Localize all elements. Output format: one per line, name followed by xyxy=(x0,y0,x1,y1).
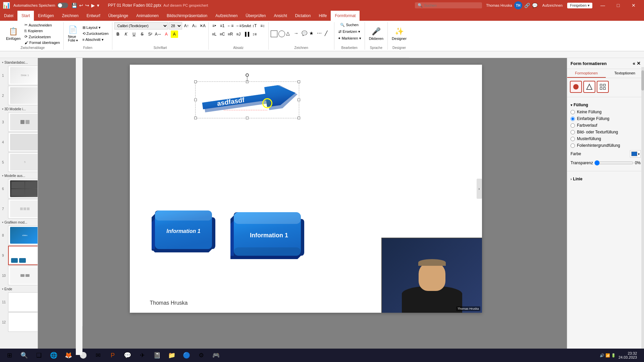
tab-hilfe[interactable]: Hilfe xyxy=(315,11,331,21)
char-spacing-button[interactable]: A↔ xyxy=(155,31,162,38)
shadow-button[interactable]: S² xyxy=(147,31,154,38)
comment-icon[interactable]: 💬 xyxy=(532,3,538,8)
underline-button[interactable]: U xyxy=(130,31,138,38)
zurucksetzen-folie-button[interactable]: ⟲ Zurücksetzen xyxy=(81,31,110,37)
justify-button[interactable]: ≡J xyxy=(235,31,242,38)
slide-thumb-2[interactable] xyxy=(8,86,38,105)
tab-animationen[interactable]: Animationen xyxy=(132,11,163,21)
redo-icon[interactable]: ↪ xyxy=(85,3,89,8)
shape-star[interactable]: ★ xyxy=(309,31,317,37)
color-picker-button[interactable]: ▾ xyxy=(630,150,641,158)
align-center-button[interactable]: ≡C xyxy=(219,31,226,38)
panel-scrollbar-thumb[interactable] xyxy=(641,70,644,90)
share-btn[interactable]: Freigeben ▾ xyxy=(567,3,592,8)
slide-thumb-8[interactable]: slides xyxy=(8,226,38,245)
minimize-button[interactable]: — xyxy=(595,0,610,11)
arrow-shape-selected[interactable]: asdfasdf xyxy=(197,83,298,117)
taskbar-clock[interactable]: 23:32 24.03.2023 xyxy=(619,351,637,359)
taskbar-teams[interactable]: 💬 xyxy=(121,349,134,361)
shape-arrow[interactable]: → xyxy=(294,31,301,37)
tab-zeichnen[interactable]: Zeichnen xyxy=(58,11,83,21)
tab-textoptionen[interactable]: Textoptionen xyxy=(606,69,644,78)
indent-less-button[interactable]: ←≡ xyxy=(227,22,234,29)
neue-folie-button[interactable]: 📄 NeueFolie ▾ xyxy=(66,24,80,44)
taskbar-misc2[interactable]: ⚙ xyxy=(195,349,208,361)
shape-type-grid-btn[interactable] xyxy=(597,81,609,93)
share-icon[interactable]: 🔗 xyxy=(524,3,530,8)
kopieren-button[interactable]: ⎘ Kopieren xyxy=(23,28,61,34)
slide-thumb-3[interactable] xyxy=(8,112,38,132)
close-button[interactable]: ✕ xyxy=(626,0,641,11)
tab-ansicht[interactable]: Ansicht xyxy=(270,11,291,21)
present-icon[interactable]: ▶ xyxy=(91,3,95,8)
shape-more[interactable]: ⋯ xyxy=(317,31,324,37)
taskbar-telegram[interactable]: ✈ xyxy=(136,349,149,361)
save-icon[interactable]: 💾 xyxy=(71,3,77,8)
decrease-font-button[interactable]: A↓ xyxy=(191,22,198,29)
slide-group-modelle[interactable]: ▾ Modelle aus... xyxy=(1,173,36,178)
shape-type-fill-btn[interactable] xyxy=(570,81,582,93)
slide-group-ende[interactable]: ▾ Ende xyxy=(1,286,36,292)
bild-textur-option[interactable]: Bild- oder Texturfüllung xyxy=(571,129,641,135)
bold-button[interactable]: B xyxy=(114,31,122,38)
font-color-btn[interactable]: A xyxy=(163,31,170,38)
tab-uberpruf[interactable]: Überprüfen xyxy=(241,11,270,21)
format-ubertragen-button[interactable]: 🖌 Format übertragen xyxy=(23,40,61,45)
slide-thumb-7[interactable] xyxy=(8,199,38,219)
ausschneiden-button[interactable]: ✂ Ausschneiden xyxy=(23,22,61,28)
slide-thumb-9[interactable] xyxy=(8,246,38,265)
panel-collapse-button[interactable]: « xyxy=(633,61,635,66)
align-right-button[interactable]: ≡R xyxy=(227,31,234,38)
markieren-button[interactable]: ✦ Markieren ▾ xyxy=(336,36,363,41)
shape-rect[interactable] xyxy=(271,31,277,37)
slide-group-standardabsc[interactable]: ▾ Standardabsc... xyxy=(1,59,36,65)
taskbar-edge[interactable]: 🌐 xyxy=(47,349,60,361)
designer-button[interactable]: ✨ Designer xyxy=(390,26,409,42)
taskbar-misc3[interactable]: 🎮 xyxy=(209,349,223,361)
tab-aufzeichen[interactable]: Aufzeichnen xyxy=(211,11,241,21)
line-spacing-button[interactable]: ↕≡ xyxy=(251,31,258,38)
columns-button[interactable]: ▐▐ xyxy=(243,31,250,38)
numbering-button[interactable]: ≡1 xyxy=(219,22,226,29)
indent-more-button[interactable]: →≡ xyxy=(235,22,242,29)
taskbar-firefox[interactable]: 🦊 xyxy=(62,349,75,361)
key-button-1[interactable]: Information 1 xyxy=(150,205,217,259)
slide-thumb-5[interactable]: 5 xyxy=(8,153,38,172)
bullets-button[interactable]: ≡• xyxy=(211,22,218,29)
undo-icon[interactable]: ↩ xyxy=(79,3,83,8)
strikethrough-button[interactable]: S xyxy=(139,31,146,38)
taskbar-taskview[interactable]: ❑ xyxy=(32,349,46,361)
tab-datei[interactable]: Datei xyxy=(0,11,17,21)
start-button[interactable]: ⊞ xyxy=(3,349,16,361)
search-box[interactable]: 🔍 xyxy=(415,2,482,8)
auto-save-toggle[interactable] xyxy=(57,3,68,8)
scroll-indicator[interactable]: › xyxy=(477,179,482,199)
slide-thumb-10[interactable] xyxy=(8,266,38,285)
tab-einfugen[interactable]: Einfügen xyxy=(34,11,58,21)
einfugen-button[interactable]: 📋 Einfügen xyxy=(4,26,22,42)
slide-thumb-12[interactable] xyxy=(8,312,38,332)
key-button-2[interactable]: Information 1 xyxy=(229,207,309,266)
suchen-button[interactable]: 🔍 Suchen xyxy=(339,22,360,28)
increase-font-button[interactable]: A↑ xyxy=(183,22,190,29)
slide-thumb-1[interactable]: Slide 1 xyxy=(8,66,38,85)
italic-button[interactable]: K xyxy=(122,31,130,38)
tab-ubergange[interactable]: Übergänge xyxy=(104,11,132,21)
transparency-slider[interactable] xyxy=(594,160,634,166)
align-left-button[interactable]: ≡L xyxy=(211,31,218,38)
abschnitt-button[interactable]: ≡ Abschnitt ▾ xyxy=(81,37,110,43)
diktieren-button[interactable]: 🎤 Diktieren xyxy=(367,26,385,42)
taskbar-mail[interactable]: ✉ xyxy=(91,349,105,361)
shape-oval[interactable] xyxy=(278,31,285,37)
taskbar-explorer[interactable]: 📁 xyxy=(165,349,178,361)
panel-close-button[interactable]: ✕ xyxy=(637,61,641,66)
maximize-button[interactable]: □ xyxy=(610,0,626,11)
zurucksetzen-button[interactable]: ⟳ Zurücksetzen xyxy=(23,34,61,40)
search-input[interactable] xyxy=(424,3,471,7)
smartart-button[interactable]: SmArt xyxy=(243,22,250,29)
linie-header[interactable]: › Linie xyxy=(571,175,641,183)
highlight-color-btn[interactable]: A xyxy=(171,31,178,38)
folienhintergrund-option[interactable]: Folienhintergrundfüllung xyxy=(571,142,641,149)
tab-entwurf[interactable]: Entwurf xyxy=(83,11,104,21)
farbverlauf-option[interactable]: Farbverlauf xyxy=(571,122,641,129)
